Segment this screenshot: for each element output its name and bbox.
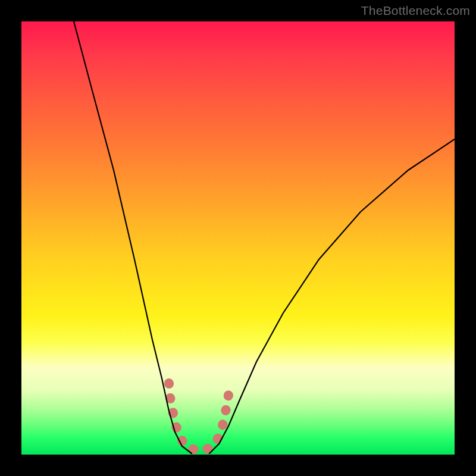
plot-area — [21, 21, 455, 455]
watermark-label: TheBottleneck.com — [361, 4, 470, 18]
left-curve-line — [74, 21, 192, 453]
curve-layer — [21, 21, 455, 455]
right-curve-line — [209, 139, 455, 453]
chart-frame: TheBottleneck.com — [0, 0, 476, 476]
